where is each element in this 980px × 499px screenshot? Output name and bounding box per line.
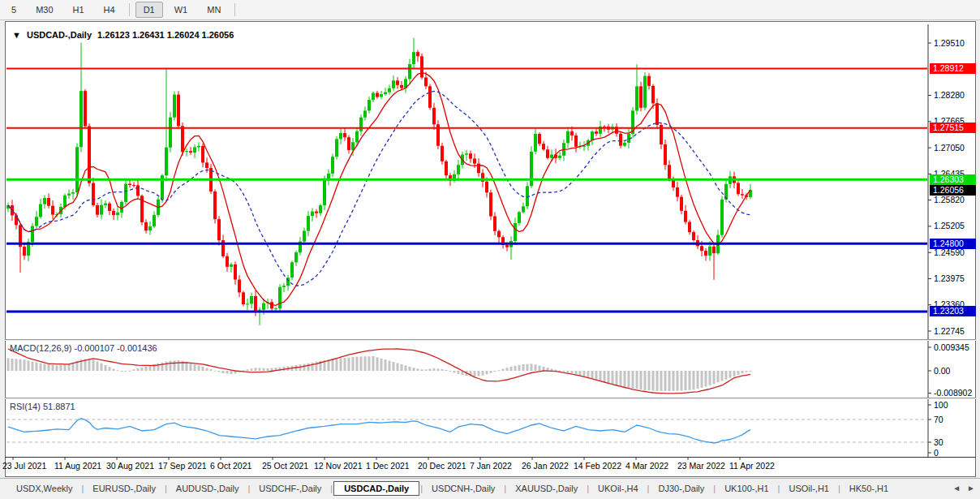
rsi-indicator-label: RSI(14) 51.8871 [10,402,75,411]
date-tick-label: 14 Feb 2022 [574,461,621,471]
symbol-tab-dj30[interactable]: DJ30-,Daily [650,481,712,496]
collapse-triangle-icon[interactable]: ▼ [12,30,21,40]
chart-symbol-period: USDCAD-,Daily [27,30,92,40]
symbol-tab-audusd[interactable]: AUDUSD-,Daily [168,481,247,496]
symbol-tabbar: USDX,Weekly|EURUSD-,Daily|AUDUSD-,Daily|… [0,478,980,497]
date-tick-label: 26 Jan 2022 [522,461,569,471]
symbol-tab-usdx[interactable]: USDX,Weekly [8,481,80,496]
date-tick-label: 20 Dec 2021 [418,461,466,471]
macd-tick--0.008902: -0.008902 [934,388,972,398]
tab-scroll-left-icon[interactable]: ◄ [952,484,961,493]
price-tick-1.23975: 1.23975 [934,273,965,284]
symbol-tab-xauusd[interactable]: XAUUSD-,Daily [507,481,586,496]
price-tick-1.25205: 1.25205 [934,221,965,231]
symbol-tab-usdcad[interactable]: USDCAD-,Daily [333,481,419,496]
date-tick-label: 23 Mar 2022 [677,461,725,471]
date-tick-label: 6 Oct 2021 [210,461,251,471]
date-tick-label: 30 Aug 2021 [106,461,154,471]
price-line-tag-1.28912: 1.28912 [930,63,976,74]
chart-window: ▼ USDCAD-,Daily 1.26123 1.26431 1.26024 … [5,21,976,477]
symbol-tab-usdchf[interactable]: USDCHF-,Daily [251,481,329,496]
date-tick-label: 11 Aug 2021 [54,461,101,471]
date-tick-label: 1 Dec 2021 [366,461,410,471]
price-line-tag-1.23203: 1.23203 [930,306,976,316]
rsi-tick-70: 70 [934,415,943,425]
macd-tick-0.009345: 0.009345 [934,342,969,353]
rsi-tick-100: 100 [934,400,948,411]
date-tick-label: 23 Jul 2021 [2,461,46,471]
macd-pane-divider[interactable] [5,339,976,341]
date-tick-label: 7 Jan 2022 [470,461,512,471]
price-tick-1.27050: 1.27050 [934,143,965,153]
rsi-tick-30: 30 [934,437,943,448]
symbol-tab-eurusd[interactable]: EURUSD-,Daily [84,481,164,496]
price-tick-1.22745: 1.22745 [934,326,965,337]
symbol-tab-usdcnh[interactable]: USDCNH-,Daily [423,481,503,496]
price-tick-1.25820: 1.25820 [934,195,965,205]
chart-title: ▼ USDCAD-,Daily 1.26123 1.26431 1.26024 … [12,30,237,40]
macd-indicator-label: MACD(12,26,9) -0.000107 -0.001436 [10,343,157,353]
tab-scroll-right-icon[interactable]: ► [967,484,975,493]
price-line-tag-1.27515: 1.27515 [930,123,976,133]
macd-tick-0.00: 0.00 [934,366,950,376]
symbol-tab-usoil[interactable]: USOil-,H1 [780,481,837,496]
rsi-pane-divider[interactable] [5,398,976,399]
date-axis: 23 Jul 202111 Aug 202130 Aug 202117 Sep … [0,458,976,476]
chart-ohlc-values: 1.26123 1.26431 1.26024 1.26056 [97,30,234,40]
symbol-tab-hk50[interactable]: HK50-,H1 [841,481,896,496]
chart-canvas[interactable] [0,0,980,499]
date-tick-label: 4 Mar 2022 [625,461,668,471]
date-tick-label: 25 Oct 2021 [262,461,308,471]
date-tick-label: 12 Nov 2021 [314,461,363,471]
price-line-tag-1.24800: 1.24800 [930,239,976,249]
price-tick-1.28280: 1.28280 [934,90,965,101]
price-line-tag-1.26303: 1.26303 [930,174,976,185]
tab-scroll-nav: ◄► [952,484,975,493]
rsi-tick-0: 0 [934,448,939,458]
symbol-tab-ukoil[interactable]: UKOil-,H4 [590,481,647,496]
current-price-tag: 1.26056 [930,185,976,196]
date-tick-label: 17 Sep 2021 [158,461,207,471]
date-tick-label: 11 Apr 2022 [729,461,775,471]
price-tick-1.29510: 1.29510 [934,38,965,49]
symbol-tab-uk100[interactable]: UK100-,H1 [716,481,776,496]
